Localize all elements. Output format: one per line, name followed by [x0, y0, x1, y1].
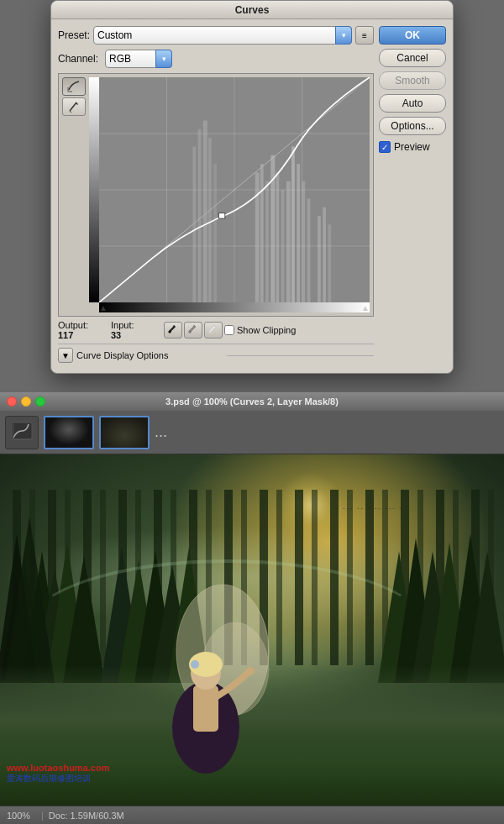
- auto-button[interactable]: Auto: [379, 94, 446, 113]
- svg-rect-26: [302, 181, 306, 302]
- options-button[interactable]: Options...: [379, 117, 446, 135]
- minimize-button[interactable]: [21, 396, 31, 407]
- preview-row: ✓ Preview: [379, 141, 446, 153]
- curves-dialog: Curves Preset: Custom ▾ ≡ Channel:: [50, 0, 454, 374]
- app-title: 3.psd @ 100% (Curves 2, Layer Mask/8): [165, 396, 339, 407]
- right-panel: OK Cancel Smooth Auto Options... ✓ Previ…: [379, 26, 446, 366]
- preset-select[interactable]: Custom: [93, 26, 352, 45]
- left-panel: Preset: Custom ▾ ≡ Channel: RGB ▾: [58, 26, 374, 366]
- svg-rect-25: [297, 164, 300, 302]
- eyedroppers: Show Clipping: [164, 322, 374, 339]
- dialog-title: Curves: [235, 4, 270, 16]
- status-separator: |: [41, 811, 44, 821]
- curve-display-label: Curve Display Options: [76, 350, 223, 360]
- svg-rect-19: [265, 181, 269, 302]
- preset-label: Preset:: [58, 29, 90, 41]
- svg-point-33: [189, 331, 192, 333]
- curve-display-toggle[interactable]: ▼: [58, 348, 73, 363]
- svg-rect-23: [286, 181, 291, 302]
- dialog-titlebar: Curves: [51, 1, 453, 19]
- curve-container: ▲ ▲: [58, 73, 374, 317]
- watermark: www.luotaoshuma.com 爱涛数码后期修图培训: [7, 763, 109, 785]
- curve-graph[interactable]: [99, 77, 370, 302]
- svg-rect-30: [328, 224, 331, 302]
- svg-line-2: [70, 102, 76, 111]
- show-clipping-checkbox[interactable]: [224, 325, 234, 335]
- curve-display-row: ▼ Curve Display Options: [58, 344, 374, 366]
- canvas-area: ˆˆ ˆˆˆ ˆˆ ˆ ˆˆ ˆˆˆ ˆ: [0, 454, 504, 806]
- black-point-eyedropper[interactable]: [164, 322, 182, 339]
- layer-fairy-thumbnail[interactable]: [99, 416, 150, 449]
- curve-tools: [62, 77, 86, 312]
- gray-point-eyedropper[interactable]: [184, 322, 202, 339]
- preset-row: Preset: Custom ▾ ≡: [58, 26, 374, 45]
- svg-rect-24: [291, 146, 295, 302]
- curve-display-separator: [227, 355, 374, 356]
- more-thumbnails-btn[interactable]: ...: [155, 423, 167, 441]
- preview-label: Preview: [394, 141, 430, 153]
- maximize-button[interactable]: [35, 396, 45, 407]
- fairy-figure: [126, 568, 294, 778]
- birds: ˆˆ ˆˆˆ ˆˆ ˆ ˆˆ ˆˆˆ ˆ: [333, 507, 403, 513]
- svg-rect-29: [323, 207, 326, 302]
- svg-point-32: [169, 331, 171, 333]
- close-button[interactable]: [7, 396, 17, 407]
- io-section: Output: 117 Input: 33: [58, 320, 374, 340]
- svg-rect-21: [276, 172, 280, 302]
- output-value: 117: [58, 330, 104, 340]
- doc-info: Doc: 1.59M/60.3M: [49, 811, 124, 821]
- svg-rect-15: [208, 138, 212, 302]
- app-toolbar: ...: [0, 411, 504, 454]
- app-area: 3.psd @ 100% (Curves 2, Layer Mask/8) ..…: [0, 392, 504, 824]
- input-group: Input: 33: [111, 320, 157, 340]
- preview-checkbox[interactable]: ✓: [379, 141, 391, 153]
- channel-row: Channel: RGB ▾: [58, 50, 374, 68]
- zoom-level: 100%: [7, 811, 36, 821]
- svg-rect-60: [193, 685, 218, 732]
- smooth-button[interactable]: Smooth: [379, 71, 446, 90]
- svg-line-4: [70, 111, 71, 113]
- app-titlebar: 3.psd @ 100% (Curves 2, Layer Mask/8): [0, 392, 504, 411]
- input-label: Input:: [111, 320, 157, 330]
- fairy-scene: ˆˆ ˆˆˆ ˆˆ ˆ ˆˆ ˆˆˆ ˆ: [0, 454, 504, 806]
- channel-label: Channel:: [58, 53, 102, 65]
- show-clipping-container: Show Clipping: [224, 325, 296, 335]
- svg-rect-22: [281, 190, 285, 302]
- output-label: Output:: [58, 320, 104, 330]
- svg-point-63: [246, 667, 255, 675]
- svg-point-64: [191, 660, 199, 669]
- svg-rect-12: [192, 146, 196, 302]
- svg-rect-18: [260, 164, 264, 302]
- status-bar: 100% | Doc: 1.59M/60.3M: [0, 806, 504, 824]
- traffic-lights: [7, 396, 45, 407]
- channel-select[interactable]: RGB: [105, 50, 172, 68]
- preset-select-wrapper[interactable]: Custom ▾: [93, 26, 352, 45]
- output-group: Output: 117: [58, 320, 104, 340]
- svg-rect-13: [198, 129, 202, 302]
- preset-menu-icon[interactable]: ≡: [355, 26, 374, 45]
- ok-button[interactable]: OK: [379, 26, 446, 45]
- svg-rect-14: [203, 121, 207, 302]
- cancel-button[interactable]: Cancel: [379, 49, 446, 67]
- show-clipping-label: Show Clipping: [237, 325, 296, 335]
- curve-tool-btn[interactable]: [62, 77, 86, 96]
- svg-rect-16: [213, 164, 217, 302]
- svg-rect-28: [318, 216, 321, 302]
- input-value: 33: [111, 330, 157, 340]
- white-point-eyedropper[interactable]: [204, 322, 223, 339]
- watermark-url: www.luotaoshuma.com: [7, 763, 109, 773]
- svg-rect-27: [307, 198, 311, 302]
- svg-rect-31: [218, 213, 224, 218]
- svg-rect-17: [255, 172, 260, 302]
- channel-select-wrapper[interactable]: RGB ▾: [105, 50, 172, 68]
- layer-mask-thumbnail[interactable]: [44, 416, 94, 449]
- watermark-text: 爱涛数码后期修图培训: [7, 773, 109, 785]
- toolbar-curves-icon[interactable]: [5, 416, 39, 449]
- svg-point-34: [209, 331, 212, 333]
- pencil-tool-btn[interactable]: [62, 97, 86, 116]
